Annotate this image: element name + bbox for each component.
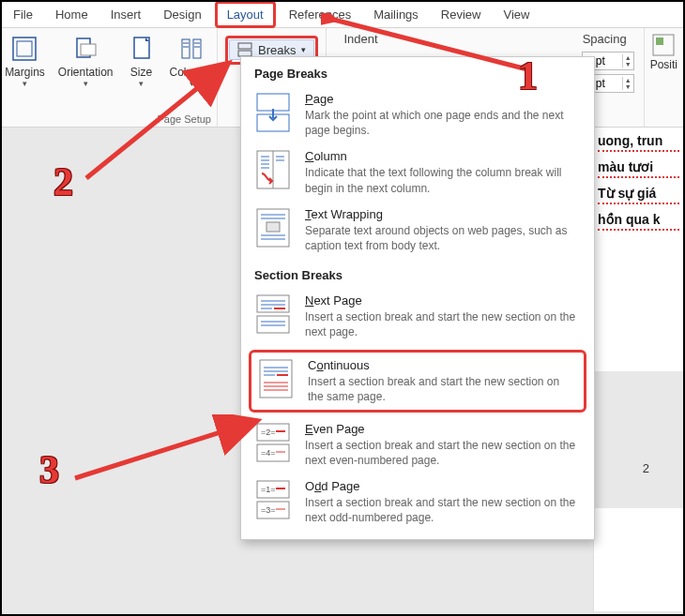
dd-item-column[interactable]: ColumnIndicate that the text following t… [241, 143, 594, 201]
columns-icon [176, 34, 206, 64]
chevron-down-icon: ▾ [23, 79, 27, 88]
dd-item-odd-page[interactable]: =1==3= Odd PageInsert a section break an… [241, 473, 594, 531]
annotation-arrow-3 [68, 414, 265, 489]
next-page-icon [254, 293, 292, 335]
tab-references[interactable]: References [278, 2, 362, 27]
dd-desc: Insert a section break and start the new… [305, 438, 577, 468]
svg-rect-5 [182, 39, 190, 58]
svg-text:=4=: =4= [261, 448, 276, 458]
continuous-icon [257, 358, 295, 399]
margins-button[interactable]: Margins ▾ [0, 32, 51, 90]
tab-design[interactable]: Design [152, 2, 212, 27]
tab-review[interactable]: Review [430, 2, 493, 27]
dd-desc: Insert a section break and start the new… [305, 309, 577, 339]
even-page-icon: =2==4= [254, 422, 292, 463]
orientation-icon [70, 34, 100, 64]
chevron-down-icon: ▾ [84, 79, 88, 88]
tab-mailings[interactable]: Mailings [362, 2, 430, 27]
dd-title: Odd Page [305, 479, 577, 493]
svg-rect-1 [17, 41, 32, 56]
svg-rect-20 [266, 222, 280, 232]
tab-strip: File Home Insert Design Layout Reference… [2, 2, 683, 28]
annotation-number-1: 1 [518, 53, 538, 98]
size-icon [127, 34, 157, 64]
svg-text:=2=: =2= [261, 428, 276, 437]
svg-rect-22 [257, 316, 289, 333]
dd-item-text-wrapping[interactable]: Text WrappingSeparate text around object… [241, 202, 594, 259]
tab-view[interactable]: View [492, 2, 540, 27]
dd-desc: Insert a section break and start the new… [308, 374, 578, 404]
chevron-down-icon: ▾ [301, 45, 306, 54]
svg-rect-6 [193, 39, 201, 58]
dd-title: Next Page [305, 293, 577, 308]
dd-item-continuous[interactable]: ContinuousInsert a section break and sta… [249, 350, 586, 413]
column-break-icon [254, 149, 292, 190]
svg-text:=1=: =1= [261, 485, 276, 494]
dd-title: Continuous [308, 358, 578, 372]
chevron-down-icon: ▾ [139, 79, 144, 88]
position-button[interactable]: Positi [644, 28, 683, 127]
orientation-button[interactable]: Orientation ▾ [53, 32, 119, 90]
dd-item-next-page[interactable]: Next PageInsert a section break and star… [241, 288, 594, 345]
annotation-number-2: 2 [53, 159, 73, 204]
margins-label: Margins [5, 66, 45, 79]
doc-text-line: hồn qua k [598, 212, 679, 231]
size-button[interactable]: Size ▾ [121, 32, 162, 90]
svg-rect-3 [81, 44, 96, 55]
dd-title: Even Page [305, 422, 577, 436]
dd-item-page[interactable]: PageMark the point at which one page end… [241, 86, 594, 143]
document-page-content: uong, trun màu tươi Từ sự giá hồn qua k [593, 128, 683, 371]
svg-rect-15 [257, 94, 289, 111]
doc-text-line: Từ sự giá [598, 186, 679, 204]
dd-item-even-page[interactable]: =2==4= Even PageInsert a section break a… [241, 416, 594, 473]
size-label: Size [130, 66, 152, 79]
page-break-icon [254, 92, 292, 133]
dd-desc: Separate text around objects on web page… [305, 223, 577, 253]
dd-desc: Insert a section break and start the new… [305, 495, 577, 525]
columns-label: Columns [170, 66, 214, 79]
svg-rect-11 [238, 43, 251, 49]
annotation-number-3: 3 [39, 447, 59, 492]
tab-insert[interactable]: Insert [99, 2, 153, 27]
position-icon [650, 32, 677, 58]
svg-text:=3=: =3= [261, 505, 276, 515]
tab-file[interactable]: File [2, 2, 44, 27]
columns-button[interactable]: Columns ▾ [164, 32, 220, 90]
odd-page-icon: =1==3= [254, 479, 292, 520]
spacing-label: Spacing [583, 32, 627, 46]
chevron-down-icon: ▾ [190, 79, 194, 88]
position-label: Positi [650, 58, 677, 71]
svg-rect-23 [260, 360, 292, 398]
group-page-setup: Margins ▾ Orientation ▾ Size ▾ [2, 28, 218, 127]
text-wrapping-icon [254, 207, 292, 248]
page-breaks-title: Page Breaks [241, 57, 594, 86]
tab-home[interactable]: Home [44, 2, 99, 27]
svg-line-34 [75, 422, 253, 478]
doc-text-line: màu tươi [598, 159, 679, 178]
breaks-label: Breaks [258, 43, 296, 57]
section-breaks-title: Section Breaks [241, 259, 594, 288]
spinner-arrows[interactable]: ▲▼ [622, 54, 633, 68]
indent-label: Indent [343, 32, 377, 46]
breaks-icon [237, 42, 252, 57]
tab-layout[interactable]: Layout [215, 1, 276, 28]
page-number: 2 [643, 461, 649, 475]
orientation-label: Orientation [58, 66, 114, 79]
dd-desc: Indicate that the text following the col… [305, 165, 577, 195]
document-next-page [593, 508, 683, 611]
margins-icon [9, 34, 39, 64]
spinner-arrows[interactable]: ▲▼ [622, 77, 633, 90]
group-label-page-setup: Page Setup [158, 110, 212, 125]
dd-title: Column [305, 149, 577, 163]
doc-text-line: uong, trun [598, 133, 679, 152]
svg-rect-14 [656, 38, 663, 45]
dd-title: Text Wrapping [305, 207, 577, 221]
breaks-dropdown: Page Breaks PageMark the point at which … [240, 56, 595, 540]
svg-rect-21 [257, 295, 289, 312]
dd-desc: Mark the point at which one page ends an… [305, 108, 577, 138]
